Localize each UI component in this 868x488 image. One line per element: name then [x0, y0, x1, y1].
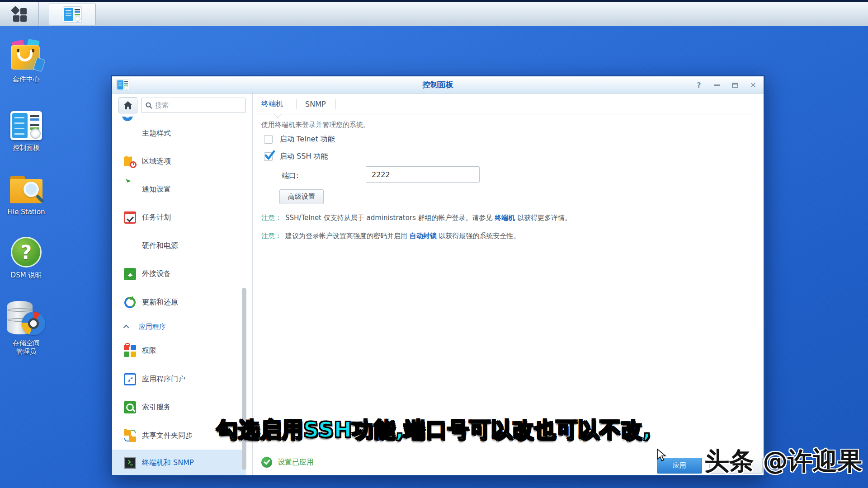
sidebar-item-privileges[interactable]: 权限 — [112, 337, 246, 365]
telnet-checkbox[interactable] — [264, 135, 273, 144]
file-station-icon — [9, 175, 43, 204]
package-center-icon — [10, 40, 42, 71]
note-password: 注意：建议为登录帐户设置高强度的密码并启用 自动封锁 以获得最强的系统安全性。 — [261, 232, 520, 240]
minimize-button[interactable] — [713, 81, 721, 89]
control-panel-icon — [63, 7, 81, 22]
note-prefix: 注意： — [261, 214, 282, 222]
telnet-checkbox-row[interactable]: 启动 Telnet 功能 — [264, 135, 335, 144]
search-icon — [146, 102, 152, 109]
minimize-icon — [714, 84, 720, 86]
update-restore-icon — [124, 296, 136, 309]
control-panel-icon — [10, 111, 42, 140]
task-scheduler-icon — [124, 211, 136, 224]
storage-manager-icon — [7, 301, 45, 335]
close-button[interactable]: ✕ — [749, 81, 757, 89]
maximize-icon — [732, 83, 738, 88]
desktop-icon-storage-manager[interactable]: 存储空间 管理员 — [0, 301, 52, 356]
desktop-icon-file-station[interactable]: File Station — [0, 175, 52, 216]
shared-folder-sync-icon — [124, 430, 136, 442]
window-titlebar: 控制面板 ? ✕ — [112, 76, 764, 94]
sidebar-item-notification[interactable]: 通知设置 — [112, 175, 246, 203]
desktop-icon-control-panel[interactable]: 控制面板 — [0, 111, 52, 152]
terminal-help-link[interactable]: 终端机 — [495, 214, 515, 222]
status-row: 设置已应用 — [261, 457, 314, 468]
ssh-label: 启动 SSH 功能 — [280, 152, 328, 161]
advanced-settings-button[interactable]: 高级设置 — [279, 189, 324, 204]
main-menu-button[interactable] — [0, 2, 39, 26]
port-label: 端口: — [282, 171, 298, 181]
tab-snmp[interactable]: SNMP — [305, 94, 326, 114]
tabs-bar: 终端机 SNMP — [253, 94, 755, 114]
search-placeholder: 搜索 — [155, 101, 169, 110]
ssh-checkbox[interactable] — [264, 152, 273, 161]
maximize-button[interactable] — [731, 81, 739, 89]
desktop-icon-label: DSM 说明 — [0, 271, 52, 280]
desktop-icon-dsm-help[interactable]: ? DSM 说明 — [0, 237, 52, 280]
terminal-snmp-icon — [124, 457, 136, 469]
port-input[interactable] — [366, 166, 480, 183]
desktop: 套件中心 控制面板 File Station ? DSM 说明 存储空间 管理员 — [0, 0, 868, 488]
ssh-checkbox-row[interactable]: 启动 SSH 功能 — [264, 152, 328, 161]
sidebar-item-task-scheduler[interactable]: 任务计划 — [112, 203, 246, 231]
indexing-service-icon — [124, 401, 136, 413]
external-device-icon — [124, 268, 136, 280]
dsm-help-icon: ? — [11, 237, 42, 267]
taskbar-item-control-panel[interactable] — [49, 4, 96, 25]
sidebar-item-terminal-snmp[interactable]: 终端机和 SNMP — [112, 450, 246, 475]
taskbar — [0, 2, 868, 26]
sidebar-divider — [118, 336, 241, 336]
app-grid-icon — [11, 7, 28, 22]
desktop-icon-label-line1: 存储空间 — [0, 339, 52, 347]
sidebar-item-regional-options[interactable]: 区域选项 — [112, 147, 246, 175]
sidebar-item-theme[interactable]: 主题样式 — [112, 119, 246, 147]
app-portal-icon — [124, 373, 136, 385]
close-icon: ✕ — [750, 81, 756, 89]
checkmark-icon — [264, 150, 276, 161]
sidebar-section-applications[interactable]: 应用程序 — [112, 320, 246, 333]
sidebar-item-external-devices[interactable]: 外接设备 — [112, 260, 246, 288]
watermark: 头条 @许迎果 — [704, 445, 862, 478]
apply-button[interactable]: 应用 — [657, 458, 702, 474]
chevron-up-icon — [123, 324, 129, 330]
note-ssh-telnet: 注意：SSH/Telnet 仅支持从属于 administrators 群组的帐… — [261, 214, 571, 222]
success-check-icon — [261, 457, 272, 468]
sidebar-item-update-restore[interactable]: 更新和还原 — [112, 288, 246, 316]
window-title: 控制面板 — [112, 80, 764, 90]
sidebar-item-application-portal[interactable]: 应用程序门户 — [112, 365, 246, 393]
terminal-description: 使用终端机来登录并管理您的系统。 — [261, 121, 370, 129]
video-subtitle: 勾选启用SSH功能,端口号可以改也可以不改, — [217, 416, 651, 444]
note-prefix: 注意： — [261, 232, 282, 240]
help-button[interactable]: ? — [695, 81, 703, 89]
home-icon — [123, 101, 132, 109]
desktop-icon-label: 控制面板 — [0, 144, 52, 152]
search-input[interactable]: 搜索 — [141, 98, 246, 113]
tab-terminal[interactable]: 终端机 — [261, 94, 283, 114]
auto-block-link[interactable]: 自动封锁 — [410, 232, 437, 240]
region-options-icon — [124, 155, 136, 168]
status-text: 设置已应用 — [278, 458, 314, 467]
desktop-icon-label: 套件中心 — [0, 75, 52, 84]
desktop-icon-label: File Station — [0, 208, 52, 216]
desktop-icon-package-center[interactable]: 套件中心 — [0, 40, 52, 84]
desktop-icon-label-line2: 管理员 — [0, 347, 52, 356]
sidebar-item-hardware-power[interactable]: 硬件和电源 — [112, 232, 246, 260]
home-button[interactable] — [118, 97, 137, 113]
telnet-label: 启动 Telnet 功能 — [280, 135, 335, 144]
privileges-icon — [124, 345, 136, 357]
hardware-power-icon — [124, 240, 136, 252]
